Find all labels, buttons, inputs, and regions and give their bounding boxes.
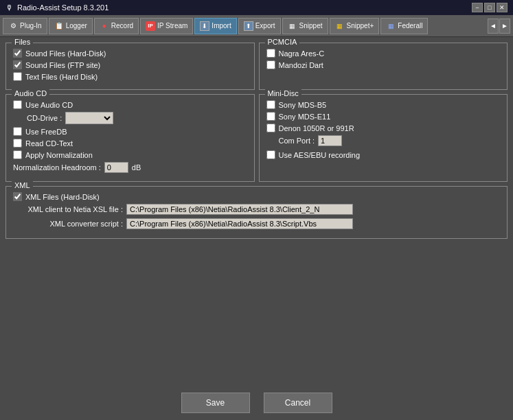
mandozi-checkbox[interactable] (266, 60, 275, 69)
cd-text-label: Read CD-Text (25, 139, 73, 148)
minimize-button[interactable]: − (472, 3, 483, 12)
nagra-checkbox[interactable] (266, 49, 275, 58)
tab-snippet-label: Snippet (299, 22, 323, 30)
com-port-input[interactable] (318, 135, 342, 146)
xml-files-label: XML Files (Hard-Disk) (25, 193, 100, 201)
nav-prev-button[interactable]: ◄ (488, 19, 499, 34)
audiocd-panel-title: Audio CD (12, 89, 49, 97)
nav-next-button[interactable]: ► (499, 19, 510, 34)
tab-snippet[interactable]: ▦ Snippet (282, 18, 328, 34)
files-panel-title: Files (12, 38, 33, 46)
sound-ftp-label: Sound Files (FTP site) (25, 61, 100, 69)
norm-headroom-label: Normalization Headroom : (13, 163, 101, 172)
mds-b5-row: Sony MDS-B5 (266, 100, 501, 109)
tab-plugin-label: Plug-In (20, 22, 42, 30)
xml-panel-title: XML (12, 181, 33, 189)
xml-client-input[interactable] (126, 204, 353, 215)
mds-e11-checkbox[interactable] (266, 112, 275, 121)
tab-snippetplus[interactable]: ▦ Snippet+ (330, 18, 380, 34)
xml-panel: XML XML Files (Hard-Disk) XML client to … (5, 186, 508, 239)
denon-label: Denon 1050R or 991R (279, 124, 354, 132)
tab-record[interactable]: ● Record (94, 18, 139, 34)
window-title: Radio-Assist Setup 8.3.201 (17, 3, 109, 12)
sound-ftp-checkbox[interactable] (13, 60, 22, 69)
logger-icon: 📋 (54, 21, 64, 31)
com-port-label: Com Port : (279, 137, 315, 145)
mds-b5-checkbox[interactable] (266, 100, 275, 109)
files-panel: Files Sound Files (Hard-Disk) Sound File… (5, 43, 255, 90)
audiocd-options: Use FreeDB Read CD-Text Apply Normalizat… (13, 127, 247, 159)
normalization-label: Apply Normalization (25, 151, 93, 159)
text-harddisk-checkbox[interactable] (13, 72, 22, 81)
cd-text-row: Read CD-Text (13, 139, 247, 148)
close-button[interactable]: ✕ (497, 3, 508, 12)
save-button[interactable]: Save (181, 393, 250, 413)
cancel-button[interactable]: Cancel (264, 393, 332, 413)
use-audio-cd-checkbox[interactable] (13, 100, 22, 109)
tab-plugin[interactable]: ⚙ Plug-In (3, 18, 47, 34)
nagra-label: Nagra Ares-C (279, 49, 325, 58)
com-port-row: Com Port : (266, 135, 501, 146)
minidisc-panel-title: Mini-Disc (265, 89, 301, 97)
xml-files-row: XML Files (Hard-Disk) (13, 192, 500, 201)
tab-ipstream-label: IP Stream (157, 22, 187, 30)
aes-ebu-label: Use AES/EBU recording (279, 151, 361, 159)
sound-ftp-row: Sound Files (FTP site) (13, 60, 247, 69)
bottom-bar: Save Cancel (0, 386, 513, 420)
aes-ebu-checkbox[interactable] (266, 150, 275, 159)
tab-import-label: Import (212, 22, 231, 30)
xml-client-label: XML client to Netia XSL file : (20, 205, 123, 213)
freedb-checkbox[interactable] (13, 127, 22, 136)
sound-harddisk-checkbox[interactable] (13, 49, 22, 58)
cd-drive-row: CD-Drive : (27, 112, 247, 124)
tab-record-label: Record (111, 22, 133, 30)
tab-federall[interactable]: ▦ Federall (380, 18, 428, 34)
federall-icon: ▦ (386, 21, 396, 31)
tab-ipstream[interactable]: IP IP Stream (140, 18, 193, 34)
middle-row: Audio CD Use Audio CD CD-Drive : Use Fre… (5, 94, 508, 182)
mandozi-row: Mandozi Dart (266, 60, 501, 69)
normalization-checkbox[interactable] (13, 150, 22, 159)
tab-federall-label: Federall (398, 22, 422, 30)
mds-e11-row: Sony MDS-E11 (266, 112, 501, 121)
tab-logger[interactable]: 📋 Logger (49, 18, 93, 34)
text-harddisk-label: Text Files (Hard Disk) (25, 73, 98, 81)
xml-converter-label: XML converter script : (20, 220, 123, 228)
denon-checkbox[interactable] (266, 124, 275, 132)
ipstream-icon: IP (146, 21, 155, 31)
mandozi-label: Mandozi Dart (279, 61, 323, 69)
mds-b5-label: Sony MDS-B5 (279, 101, 327, 109)
tab-export-label: Export (255, 22, 275, 30)
use-audio-cd-row: Use Audio CD (13, 100, 247, 109)
denon-row: Denon 1050R or 991R (266, 124, 501, 132)
xml-converter-input[interactable] (126, 218, 353, 229)
toolbar: ⚙ Plug-In 📋 Logger ● Record IP IP Stream… (0, 15, 513, 37)
norm-headroom-input[interactable] (104, 162, 128, 173)
tab-import[interactable]: ⬇ Import (194, 18, 236, 34)
snippetplus-icon: ▦ (335, 21, 345, 31)
nagra-row: Nagra Ares-C (266, 49, 501, 58)
titlebar: 🎙 Radio-Assist Setup 8.3.201 − □ ✕ (0, 0, 513, 15)
xml-files-checkbox[interactable] (13, 192, 22, 201)
cd-drive-select[interactable] (65, 112, 113, 124)
main-window: 🎙 Radio-Assist Setup 8.3.201 − □ ✕ ⚙ Plu… (0, 0, 513, 420)
cd-text-checkbox[interactable] (13, 139, 22, 148)
tab-export[interactable]: ⬆ Export (238, 18, 281, 34)
aes-ebu-row: Use AES/EBU recording (266, 150, 501, 159)
cd-drive-label: CD-Drive : (27, 114, 62, 122)
tab-snippetplus-label: Snippet+ (347, 22, 374, 30)
use-audio-cd-label: Use Audio CD (25, 101, 73, 109)
norm-headroom-row: Normalization Headroom : dB (13, 162, 247, 173)
toolbar-nav: ◄ ► (488, 19, 510, 34)
record-icon: ● (100, 21, 109, 31)
xml-converter-row: XML converter script : (13, 218, 500, 229)
maximize-button[interactable]: □ (484, 3, 495, 12)
tab-logger-label: Logger (66, 22, 87, 30)
sound-harddisk-row: Sound Files (Hard-Disk) (13, 49, 247, 58)
norm-headroom-unit: dB (132, 163, 141, 172)
normalization-row: Apply Normalization (13, 150, 247, 159)
audiocd-panel: Audio CD Use Audio CD CD-Drive : Use Fre… (5, 94, 255, 182)
app-icon: 🎙 (5, 3, 13, 12)
freedb-row: Use FreeDB (13, 127, 247, 136)
mds-e11-label: Sony MDS-E11 (279, 113, 331, 121)
